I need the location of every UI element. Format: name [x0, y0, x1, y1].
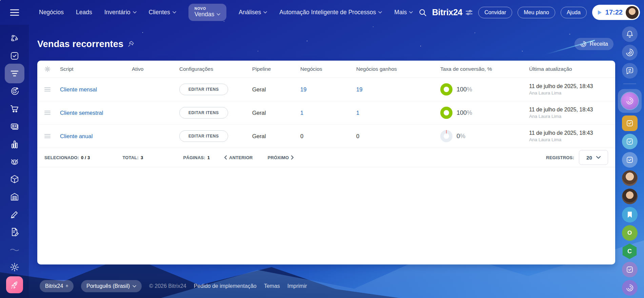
copilot-spiral-icon[interactable] [622, 45, 638, 60]
pages-counter: PÁGINAS: 1 [183, 155, 210, 160]
nav-inventario[interactable]: Inventário [104, 9, 137, 16]
invite-button[interactable]: Convidar [478, 7, 512, 18]
footer-link-temas[interactable]: Temas [264, 283, 280, 289]
receita-button[interactable]: Receita [575, 38, 613, 50]
nav-mais[interactable]: Mais [394, 9, 413, 16]
copilot-widget-icon [621, 92, 638, 109]
notifications-bell-icon[interactable] [622, 26, 638, 42]
copilot-widget-active[interactable] [618, 89, 642, 113]
conversion-donut [440, 107, 452, 119]
pipeline-value: Geral [252, 133, 300, 140]
negocios-ganhos: 0 [356, 133, 440, 140]
worktime-timer[interactable]: 17:22 [592, 5, 640, 20]
table-pagination: SELECIONADO: 0 / 3 TOTAL: 3 PÁGINAS: 1 A… [37, 148, 615, 167]
letter-c-badge[interactable]: C [622, 243, 638, 259]
nav-automacao[interactable]: Automação Inteligente de Processos [279, 9, 382, 16]
tasks-icon[interactable] [8, 50, 21, 62]
document-edit-icon[interactable] [8, 226, 21, 238]
drag-handle-icon[interactable] [44, 111, 60, 115]
footer-link-imprimir[interactable]: Imprimir [287, 283, 307, 289]
nav-clientes[interactable]: Clientes [149, 9, 176, 16]
pipeline-value: Geral [252, 86, 300, 93]
main-content: Vendas recorrentes Receita Script [29, 25, 615, 264]
rail-avatar-woman[interactable] [622, 170, 638, 186]
negocios-count-link[interactable]: 1 [300, 110, 356, 116]
updated-by: Ana Laura Lima [529, 137, 615, 142]
script-link[interactable]: Cliente mensal [60, 86, 132, 93]
drag-handle-icon[interactable] [44, 87, 60, 91]
next-page-button[interactable]: PRÓXIMO [268, 155, 294, 160]
page-size-select[interactable]: 20 [579, 150, 608, 165]
contact-center-icon[interactable] [8, 120, 21, 132]
ai-robot-icon[interactable] [8, 155, 21, 168]
page-size-control: REGISTROS: 20 [546, 150, 608, 165]
tasks-orange-icon[interactable] [622, 115, 638, 131]
page-head: Vendas recorrentes Receita [37, 37, 615, 51]
search-button[interactable] [419, 8, 427, 17]
tasks-blue-icon[interactable] [622, 134, 638, 149]
edit-items-button[interactable]: EDITAR ITENS [179, 84, 228, 95]
updated-by: Ana Laura Lima [529, 114, 615, 119]
grid-settings-button[interactable] [44, 66, 60, 72]
footer-link-implementacao[interactable]: Pedido de implementação [194, 283, 257, 289]
chevron-down-icon [133, 285, 136, 288]
sign-pen-icon[interactable] [8, 208, 21, 220]
footer-brand-button[interactable]: Bitrix24® [40, 280, 74, 292]
col-header-configuracoes[interactable]: Configurações [179, 66, 252, 72]
novo-badge: NOVO [195, 6, 206, 10]
collaboration-icon[interactable] [8, 32, 21, 44]
negocios-ganhos-link[interactable]: 1 [356, 110, 440, 116]
screen: Negócios Leads Inventário Clientes NOVO … [0, 0, 644, 298]
market-rocket-icon[interactable] [6, 276, 23, 293]
col-header-script[interactable]: Script [60, 66, 132, 72]
rail-avatar-man[interactable] [622, 189, 638, 204]
previous-page-button[interactable]: ANTERIOR [224, 155, 253, 160]
analytics-icon[interactable] [8, 138, 21, 150]
nav-leads[interactable]: Leads [76, 9, 92, 16]
col-header-ultima[interactable]: Última atualização [529, 66, 615, 72]
shop-cart-icon[interactable] [8, 103, 21, 115]
col-header-ativo[interactable]: Ativo [132, 66, 179, 72]
language-select[interactable]: Português (Brasil) [81, 280, 142, 292]
letter-o-badge[interactable]: O [622, 225, 638, 241]
brand-logo: Bitrix24 [432, 7, 462, 17]
chevron-left-icon [224, 155, 227, 159]
settings-gear-icon[interactable] [8, 261, 21, 273]
user-avatar[interactable] [626, 6, 639, 19]
negocios-ganhos-link[interactable]: 19 [356, 86, 440, 93]
nav-analises[interactable]: Análises [239, 9, 267, 16]
my-plan-button[interactable]: Meu plano [518, 7, 555, 18]
chevron-down-icon [133, 11, 137, 14]
messenger-icon[interactable] [622, 63, 638, 79]
pin-icon[interactable] [127, 41, 134, 47]
drag-handle-icon[interactable] [44, 134, 60, 138]
inventory-box-icon[interactable] [8, 173, 21, 185]
warehouse-icon[interactable] [8, 191, 21, 203]
tasks-gray-icon[interactable] [622, 152, 638, 168]
script-link[interactable]: Cliente anual [60, 133, 132, 140]
col-header-negocios[interactable]: Negócios [300, 66, 356, 72]
script-link[interactable]: Cliente semestral [60, 110, 132, 116]
right-rail: O C [615, 25, 644, 298]
help-button[interactable]: Ajuda [561, 7, 587, 18]
brand-settings-button[interactable] [465, 9, 473, 16]
page-title: Vendas recorrentes [37, 39, 123, 49]
crm-icon-active[interactable] [5, 64, 24, 83]
more-icon[interactable] [8, 243, 21, 256]
col-header-pipeline[interactable]: Pipeline [252, 66, 300, 72]
col-header-taxa[interactable]: Taxa de conversão, % [440, 66, 529, 72]
tasks-purple-icon[interactable] [622, 262, 638, 277]
nav-negocios[interactable]: Negócios [39, 9, 64, 16]
edit-items-button[interactable]: EDITAR ITENS [179, 130, 228, 142]
copilot-purple-icon[interactable] [622, 280, 638, 296]
conversion-cell: 100% [440, 107, 529, 119]
bookmark-icon[interactable] [622, 207, 638, 222]
edit-items-button[interactable]: EDITAR ITENS [179, 107, 228, 119]
menu-toggle-button[interactable] [0, 9, 29, 16]
marketing-icon[interactable] [8, 85, 21, 97]
sliders-icon [465, 9, 473, 16]
negocios-count: 0 [300, 133, 356, 140]
nav-vendas-active[interactable]: NOVO Vendas [188, 4, 226, 21]
col-header-negocios-ganhos[interactable]: Negócios ganhos [356, 66, 440, 72]
negocios-count-link[interactable]: 19 [300, 86, 356, 93]
